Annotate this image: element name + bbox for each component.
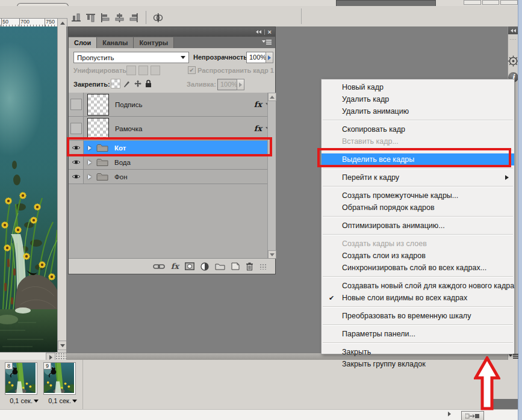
group-expand-icon[interactable] — [88, 160, 92, 165]
layer-row-Подпись[interactable]: Подписьfx — [69, 93, 275, 117]
ruler-tick-label: 50 — [1, 19, 8, 26]
chevron-down-icon — [181, 56, 185, 59]
layers-scrollbar[interactable] — [267, 93, 276, 258]
delete-layer-icon[interactable] — [246, 262, 253, 271]
group-expand-icon[interactable] — [88, 174, 92, 179]
menu-item-новые-слои-видимы-во-всех-кадрах[interactable]: Новые слои видимы во всех кадрах✔ — [322, 292, 514, 304]
alignment-toolbar — [71, 11, 163, 24]
layer-row-Фон[interactable]: Фон — [69, 170, 275, 184]
new-group-icon[interactable] — [215, 262, 225, 270]
frame-thumbnail[interactable]: 9 — [43, 362, 76, 395]
frame-thumbnail[interactable]: 8 — [5, 362, 37, 395]
new-layer-icon[interactable] — [231, 262, 240, 270]
visibility-toggle[interactable] — [69, 93, 84, 116]
checkmark-icon: ✔ — [329, 292, 334, 304]
menu-item-создать-промежуточные-кадры-[interactable]: Создать промежуточные кадры... — [322, 190, 514, 202]
tab-Каналы[interactable]: Каналы — [97, 37, 134, 48]
layers-scroll-down[interactable] — [268, 250, 276, 259]
vertical-scrollbar[interactable] — [57, 26, 67, 352]
dock-collapse-bar[interactable] — [508, 26, 518, 34]
blend-mode-dropdown[interactable]: Пропустить — [73, 52, 189, 63]
unify-position-icon[interactable] — [126, 66, 136, 75]
align-horizontal-centers-icon[interactable] — [114, 13, 125, 23]
collapse-panel-icon[interactable] — [256, 30, 261, 34]
menu-item-перейти-к-кадру[interactable]: Перейти к кадру — [322, 171, 514, 184]
visibility-empty-box — [70, 99, 82, 110]
annotation-arrow-up — [474, 356, 500, 410]
unify-style-icon[interactable] — [151, 66, 160, 75]
tween-icon — [465, 413, 480, 419]
menu-item-синхронизировать-слой-во-всех-кадрах-[interactable]: Синхронизировать слой во всех кадрах... — [322, 262, 514, 274]
frame-duration[interactable]: 0,1 сек. — [5, 397, 39, 404]
adjustment-layer-icon[interactable] — [200, 262, 209, 271]
arrow-down-icon — [270, 253, 275, 256]
menu-item-преобразовать-во-временную-шкалу[interactable]: Преобразовать во временную шкалу — [322, 310, 514, 322]
arrow-up-icon — [270, 96, 275, 99]
panel-menu-icon[interactable] — [262, 39, 272, 46]
fill-spinner[interactable] — [237, 79, 244, 90]
distribute-centers-icon[interactable] — [153, 13, 163, 23]
menu-item-новый-кадр[interactable]: Новый кадр — [322, 81, 514, 93]
frames-scroll-right[interactable] — [448, 412, 451, 416]
top-mini-buttons[interactable] — [464, 0, 518, 5]
panel-resize-grip[interactable] — [259, 264, 267, 270]
menu-item-оптимизировать-анимацию-[interactable]: Оптимизировать анимацию... — [322, 220, 514, 232]
tween-button[interactable] — [461, 411, 484, 420]
menu-item-создать-слои-из-кадров[interactable]: Создать слои из кадров — [322, 250, 514, 262]
animation-frame[interactable]: 9 0,1 сек. — [43, 362, 77, 404]
menu-item-обратный-порядок-кадров[interactable]: Обратный порядок кадров — [322, 202, 514, 214]
link-layers-icon[interactable] — [153, 264, 165, 270]
menu-item-параметры-панели-[interactable]: Параметры панели... — [322, 328, 514, 340]
menu-item-удалить-анимацию[interactable]: Удалить анимацию — [322, 105, 514, 117]
menu-item-скопировать-кадр[interactable]: Скопировать кадр — [322, 123, 514, 135]
visibility-empty-box — [70, 123, 82, 134]
frame-duration[interactable]: 0,1 сек. — [43, 397, 77, 404]
layer-name: Вода — [114, 159, 131, 166]
eye-icon — [72, 173, 81, 180]
align-bottom-edges-icon[interactable] — [71, 13, 81, 23]
layer-style-icon[interactable]: fx — [171, 262, 179, 271]
frame-number: 8 — [5, 362, 13, 369]
photoshop-window: × 50700750 — [0, 0, 522, 420]
unify-visibility-icon[interactable] — [138, 66, 148, 75]
opacity-spinner[interactable] — [266, 52, 273, 63]
layer-thumbnail[interactable] — [87, 118, 109, 140]
layer-name: Фон — [114, 173, 128, 181]
close-panel-icon[interactable]: × — [268, 29, 272, 36]
lock-position-icon[interactable] — [134, 79, 142, 88]
propagate-checkbox[interactable]: ✔ — [188, 66, 196, 74]
layer-fx-icon[interactable]: fx — [254, 100, 262, 109]
menu-separator — [323, 216, 513, 217]
menu-item-удалить-кадр[interactable]: Удалить кадр — [322, 93, 514, 105]
tab-Слои[interactable]: Слои — [69, 37, 97, 48]
animation-frame[interactable]: 8 0,1 сек. — [5, 362, 39, 404]
lock-transparent-pixels-icon[interactable] — [111, 79, 120, 88]
chevron-down-icon — [34, 400, 39, 403]
lock-all-icon[interactable] — [144, 79, 152, 88]
tab-Контуры[interactable]: Контуры — [134, 37, 174, 48]
spinner-arrow-icon — [239, 82, 242, 87]
layer-row-Вода[interactable]: Вода — [69, 155, 275, 170]
layers-scroll-up[interactable] — [268, 93, 276, 101]
folder-icon — [96, 172, 108, 181]
menu-separator — [323, 120, 513, 121]
layer-fx-icon[interactable]: fx — [254, 124, 262, 133]
animation-panel-menu-button[interactable] — [509, 353, 518, 360]
align-top-edges-icon[interactable] — [85, 13, 96, 23]
add-mask-icon[interactable] — [185, 262, 194, 270]
menu-item-создавать-новый-слой-для-каждого-нового-кадра[interactable]: Создавать новый слой для каждого нового … — [322, 280, 514, 292]
visibility-toggle[interactable] — [69, 155, 84, 169]
window-right-edge — [518, 0, 522, 420]
align-left-edges-icon[interactable] — [100, 13, 110, 23]
submenu-arrow-icon — [505, 175, 509, 180]
panel-menu-icon — [509, 353, 518, 360]
visibility-toggle[interactable] — [69, 170, 84, 184]
frame-duration-value: 0,1 сек. — [10, 397, 33, 404]
align-right-edges-icon[interactable] — [129, 13, 139, 23]
menu-separator — [323, 324, 513, 326]
layer-thumbnail[interactable] — [87, 94, 109, 116]
lock-image-pixels-icon[interactable] — [123, 79, 131, 88]
canvas-image[interactable] — [0, 26, 57, 352]
menu-item-вставить-кадр-: Вставить кадр... — [322, 135, 514, 147]
status-strip — [0, 409, 518, 420]
